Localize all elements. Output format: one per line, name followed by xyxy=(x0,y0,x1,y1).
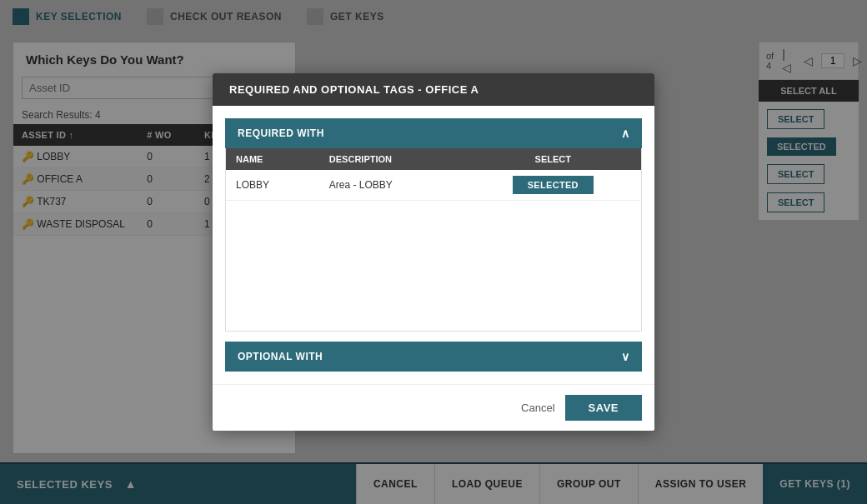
required-section-content: NAME DESCRIPTION SELECT LOBBY Area - LOB… xyxy=(225,148,642,332)
modal-overlay: REQUIRED AND OPTIONAL TAGS - OFFICE A RE… xyxy=(0,0,867,504)
col-header-select: SELECT xyxy=(465,148,641,170)
selected-tag-button[interactable]: SELECTED xyxy=(513,176,594,194)
optional-section: OPTIONAL WITH ∨ xyxy=(225,342,642,372)
required-table: NAME DESCRIPTION SELECT LOBBY Area - LOB… xyxy=(226,148,641,201)
optional-chevron-down-icon: ∨ xyxy=(621,350,630,363)
required-chevron-up-icon: ∧ xyxy=(621,127,630,140)
modal-header: REQUIRED AND OPTIONAL TAGS - OFFICE A xyxy=(213,73,654,106)
modal-cancel-button[interactable]: Cancel xyxy=(521,402,554,414)
required-row-select[interactable]: SELECTED xyxy=(465,170,641,201)
required-table-header: NAME DESCRIPTION SELECT xyxy=(226,148,641,170)
col-header-description: DESCRIPTION xyxy=(319,148,465,170)
required-section-label: REQUIRED WITH xyxy=(238,127,324,139)
required-table-row-0: LOBBY Area - LOBBY SELECTED xyxy=(226,170,641,201)
required-section: REQUIRED WITH ∧ NAME DESCRIPTION SELECT xyxy=(225,118,642,332)
optional-section-header[interactable]: OPTIONAL WITH ∨ xyxy=(225,342,642,372)
modal-body: REQUIRED WITH ∧ NAME DESCRIPTION SELECT xyxy=(213,106,654,384)
required-row-name: LOBBY xyxy=(226,170,319,201)
required-row-description: Area - LOBBY xyxy=(319,170,465,201)
modal-save-button[interactable]: SAVE xyxy=(565,395,642,421)
modal: REQUIRED AND OPTIONAL TAGS - OFFICE A RE… xyxy=(213,73,654,431)
background-page: KEY SELECTION CHECK OUT REASON GET KEYS … xyxy=(0,0,867,504)
col-header-name: NAME xyxy=(226,148,319,170)
modal-title: REQUIRED AND OPTIONAL TAGS - OFFICE A xyxy=(229,83,479,96)
required-section-header[interactable]: REQUIRED WITH ∧ xyxy=(225,118,642,148)
optional-section-label: OPTIONAL WITH xyxy=(238,351,323,362)
modal-footer: Cancel SAVE xyxy=(213,384,654,431)
